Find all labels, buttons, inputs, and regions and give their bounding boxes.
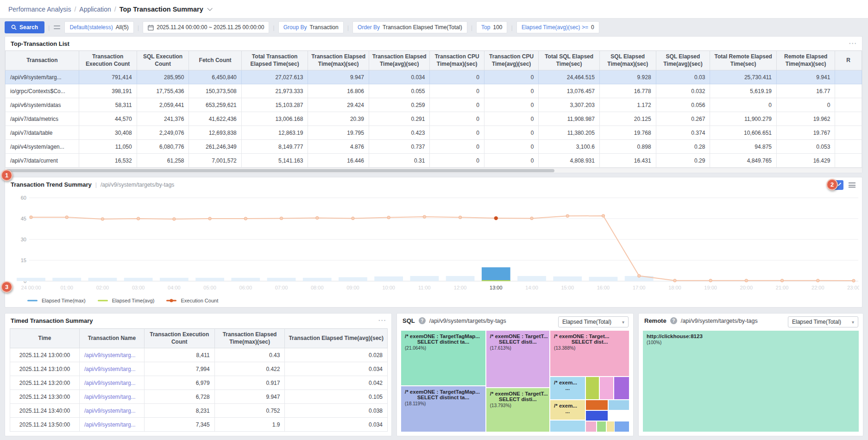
column-header[interactable]: Fetch Count: [189, 51, 241, 70]
legend-item[interactable]: Elapsed Time(max): [27, 298, 86, 303]
column-header[interactable]: Transaction Elapsed Time(max)(sec): [308, 51, 369, 70]
bar: [17, 278, 45, 281]
column-header[interactable]: R: [835, 51, 862, 70]
table-row[interactable]: /api/v7/data/table30,4082,249,07612,693,…: [6, 126, 862, 140]
treemap-cell-label: /* exemONE : TargetTagMap...: [405, 333, 482, 339]
top-count-chip[interactable]: Top 100: [476, 21, 507, 33]
bar: [339, 277, 367, 281]
x-axis-tick: 06:00: [239, 285, 252, 290]
transaction-link[interactable]: /api/v9/system/targ...: [84, 421, 136, 428]
table-row[interactable]: 2025.11.24 13:10:00/api/v9/system/targ..…: [10, 362, 388, 376]
legend-item[interactable]: Execution Count: [166, 298, 218, 303]
column-header[interactable]: Transaction Elapsed Time(max)(sec): [214, 329, 285, 348]
scrollbar-thumb[interactable]: [6, 169, 554, 172]
treemap-cell[interactable]: [614, 377, 629, 400]
agent-filter-chip[interactable]: Default(stateless) All(5): [64, 21, 133, 33]
treemap-cell[interactable]: /* exemONE : TargetT...SELECT disti...(1…: [486, 388, 550, 432]
treemap-cell[interactable]: http://clickhouse:8123(100%): [642, 330, 859, 432]
column-header[interactable]: Transaction Elapsed Time(avg)(sec): [285, 329, 388, 348]
table-row[interactable]: 2025.11.24 13:20:00/api/v9/system/targ..…: [10, 376, 388, 390]
sql-metric-select[interactable]: Elapsed Time(Total) ▾: [558, 316, 629, 327]
data-point: [137, 217, 139, 220]
order-by-chip[interactable]: Order By Transaction Elapsed Time(Total): [352, 21, 467, 33]
table-row[interactable]: 2025.11.24 13:50:00/api/v9/system/targ..…: [10, 418, 388, 432]
treemap-cell[interactable]: [550, 420, 585, 432]
help-icon[interactable]: ?: [419, 317, 426, 324]
column-header[interactable]: Transaction: [6, 51, 79, 70]
transaction-link[interactable]: /api/v9/system/targ...: [84, 394, 136, 400]
column-header[interactable]: Transaction Execution Count: [79, 51, 137, 70]
table-row[interactable]: 2025.11.24 13:00:00/api/v9/system/targ..…: [10, 348, 388, 362]
metric-cell: 0.43: [214, 348, 285, 362]
date-range-picker[interactable]: 2025.11.24 00:00:00 ~ 2025.11.25 00:00:0…: [143, 21, 269, 33]
legend-label: Elapsed Time(avg): [112, 298, 155, 303]
more-options-icon[interactable]: ⋯: [849, 38, 856, 48]
treemap-cell[interactable]: /* exem......: [550, 377, 585, 400]
selected-bar: [482, 267, 510, 281]
column-header[interactable]: Transaction Execution Count: [144, 329, 214, 348]
column-header[interactable]: Transaction Elapsed Time(avg)(sec): [369, 51, 430, 70]
column-header[interactable]: Total SQL Elapsed Time(sec): [539, 51, 600, 70]
column-header[interactable]: Transaction Name: [79, 329, 144, 348]
elapsed-filter-chip[interactable]: Elapsed Time(avg)(sec) >= 0: [516, 21, 599, 33]
table-row[interactable]: 2025.11.24 13:30:00/api/v9/system/targ..…: [10, 390, 388, 404]
trend-chart[interactable]: 01530456024 00:0001:0002:0003:0004:0005:…: [9, 192, 859, 293]
table-row[interactable]: /api/v9/system/targ...791,414285,9506,45…: [6, 70, 862, 84]
list-view-toggle[interactable]: [846, 180, 857, 190]
treemap-cell[interactable]: [606, 421, 615, 432]
treemap-cell[interactable]: [585, 421, 597, 432]
column-header[interactable]: Total Remote Elapsed Time(sec): [710, 51, 777, 70]
chevron-down-icon[interactable]: [207, 6, 212, 11]
horizontal-scrollbar[interactable]: [5, 168, 862, 173]
treemap-cell[interactable]: [585, 377, 600, 400]
column-header[interactable]: SQL Execution Count: [137, 51, 189, 70]
app-header: Performance Analysis / Application / Top…: [0, 0, 868, 19]
group-by-chip[interactable]: Group By Transaction: [278, 21, 344, 33]
transaction-link[interactable]: /api/v9/system/targ...: [84, 352, 136, 358]
column-header[interactable]: Transaction CPU Time(avg)(sec): [484, 51, 538, 70]
table-row[interactable]: /api/v7/data/current16,53261,2587,001,57…: [6, 154, 862, 168]
treemap-cell[interactable]: [599, 377, 614, 400]
legend-item[interactable]: Elapsed Time(avg): [98, 298, 155, 303]
metric-cell: 0.422: [214, 362, 285, 376]
more-options-icon[interactable]: ⋯: [378, 315, 386, 325]
metric-cell: 29.424: [308, 98, 369, 112]
treemap-cell[interactable]: /* exemONE : TargetTagMap...SELECT disti…: [401, 386, 486, 432]
treemap-cell[interactable]: [614, 421, 629, 432]
transaction-name-cell: /api/v9/system/targ...: [79, 376, 144, 390]
metric-cell: 19.962: [777, 112, 835, 126]
breadcrumb-subsection[interactable]: Application: [79, 6, 111, 13]
treemap-cell[interactable]: /* exemONE : TargetTagMap...SELECT disti…: [401, 330, 486, 386]
transaction-link[interactable]: /api/v9/system/targ...: [84, 380, 136, 386]
column-header[interactable]: Remote Elapsed Time(max)(sec): [777, 51, 835, 70]
treemap-cell[interactable]: [608, 400, 629, 410]
page-title[interactable]: Top Transaction Summary: [120, 6, 203, 13]
treemap-cell[interactable]: [585, 400, 608, 410]
table-row[interactable]: /api/v6/system/datas58,3112,059,441653,2…: [6, 98, 862, 112]
treemap-cell[interactable]: /* exemONE : Target...SELECT dist...(13.…: [550, 330, 629, 377]
metric-cell: 0.042: [285, 376, 388, 390]
metric-cell: 41,622,436: [189, 112, 241, 126]
treemap-cell[interactable]: [597, 421, 606, 432]
transaction-link[interactable]: /api/v9/system/targ...: [84, 366, 136, 372]
filter-icon[interactable]: [53, 25, 61, 30]
column-header[interactable]: SQL Elapsed Time(avg)(sec): [656, 51, 710, 70]
metric-cell: 398,191: [79, 84, 137, 98]
breadcrumb-section[interactable]: Performance Analysis: [8, 6, 71, 13]
column-header[interactable]: Transaction CPU Time(max)(sec): [430, 51, 484, 70]
treemap-cell[interactable]: [585, 410, 608, 421]
metric-cell: 9.928: [599, 70, 656, 84]
remote-metric-select[interactable]: Elapsed Time(Total) ▾: [788, 316, 858, 327]
column-header[interactable]: SQL Elapsed Time(max)(sec): [599, 51, 656, 70]
treemap-cell[interactable]: /* exemONE : TargetT...SELECT disti...(1…: [486, 330, 550, 388]
table-row[interactable]: 2025.11.24 13:40:00/api/v9/system/targ..…: [10, 404, 388, 418]
table-row[interactable]: io/grpc/Contexts$Co...398,19117,755,4361…: [6, 84, 862, 98]
transaction-link[interactable]: /api/v9/system/targ...: [84, 408, 136, 414]
search-button[interactable]: Search: [5, 21, 44, 33]
table-row[interactable]: /api/v4/system/agen...11,0506,080,776261…: [6, 140, 862, 154]
table-row[interactable]: /api/v7/data/metrics44,570241,37641,622,…: [6, 112, 862, 126]
column-header[interactable]: Total Transaction Elapsed Time(sec): [241, 51, 308, 70]
treemap-cell[interactable]: /* exem......: [550, 400, 585, 420]
column-header[interactable]: Time: [10, 329, 80, 348]
help-icon[interactable]: ?: [670, 317, 677, 324]
